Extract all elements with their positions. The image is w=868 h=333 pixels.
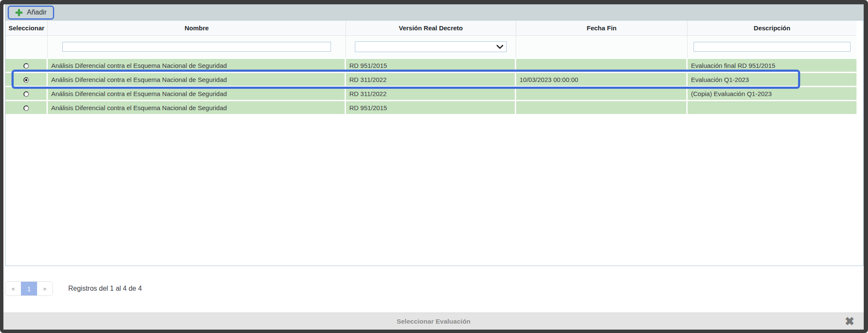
filter-cell-fecha-fin <box>516 36 688 59</box>
cell-descripcion <box>688 101 856 115</box>
cell-seleccionar <box>6 59 48 73</box>
close-icon[interactable]: ✖ <box>842 315 857 327</box>
table-row[interactable]: Análisis Diferencial contra el Esquema N… <box>6 59 856 73</box>
cell-seleccionar <box>6 101 48 115</box>
cell-seleccionar <box>6 73 48 87</box>
row-radio[interactable] <box>23 91 29 97</box>
add-button[interactable]: Añadir <box>8 6 54 20</box>
pagination-page-1-button[interactable]: 1 <box>21 282 37 295</box>
cell-version-real-decreto: RD 311/2022 <box>346 73 516 87</box>
table-row[interactable]: Análisis Diferencial contra el Esquema N… <box>6 73 856 87</box>
cell-descripcion: Evaluación Q1-2023 <box>688 73 856 87</box>
cell-fecha-fin <box>516 59 688 73</box>
cell-nombre: Análisis Diferencial contra el Esquema N… <box>48 59 346 73</box>
descripcion-filter-input[interactable] <box>694 42 851 52</box>
header-seleccionar: Seleccionar <box>6 20 48 36</box>
cell-fecha-fin: 10/03/2023 00:00:00 <box>516 73 688 87</box>
header-row: Seleccionar Nombre Versión Real Decreto … <box>6 20 856 36</box>
table-row[interactable]: Análisis Diferencial contra el Esquema N… <box>6 101 856 115</box>
nombre-filter-input[interactable] <box>62 42 331 52</box>
version-filter-select[interactable] <box>355 41 507 52</box>
plus-icon <box>15 9 23 16</box>
cell-nombre: Análisis Diferencial contra el Esquema N… <box>48 87 346 101</box>
evaluations-table-container: Seleccionar Nombre Versión Real Decreto … <box>5 20 864 266</box>
pagination: « 1 » <box>5 281 53 296</box>
modal-window: Añadir Seleccionar Nombre Versión Real D… <box>0 0 868 333</box>
records-summary: Registros del 1 al 4 de 4 <box>68 281 142 296</box>
modal-title: Seleccionar Evaluación <box>397 318 470 325</box>
cell-seleccionar <box>6 87 48 101</box>
row-radio[interactable] <box>23 105 29 111</box>
table-row[interactable]: Análisis Diferencial contra el Esquema N… <box>6 87 856 101</box>
cell-descripcion: Evaluación final RD 951/2015 <box>688 59 856 73</box>
add-button-label: Añadir <box>27 9 46 16</box>
header-nombre: Nombre <box>48 20 346 36</box>
filter-cell-seleccionar <box>6 36 48 59</box>
cell-version-real-decreto: RD 951/2015 <box>346 101 516 115</box>
pagination-next-button[interactable]: » <box>37 282 52 295</box>
filter-row <box>6 36 856 59</box>
cell-descripcion: (Copia) Evaluación Q1-2023 <box>688 87 856 101</box>
cell-version-real-decreto: RD 951/2015 <box>346 59 516 73</box>
modal-footer: Seleccionar Evaluación ✖ <box>3 313 864 330</box>
table-body: Análisis Diferencial contra el Esquema N… <box>6 59 856 115</box>
evaluations-table: Seleccionar Nombre Versión Real Decreto … <box>6 20 856 115</box>
row-radio[interactable] <box>23 63 29 69</box>
cell-version-real-decreto: RD 311/2022 <box>346 87 516 101</box>
toolbar: Añadir <box>5 4 864 20</box>
filter-cell-version <box>346 36 516 59</box>
header-descripcion: Descripción <box>688 20 856 36</box>
cell-nombre: Análisis Diferencial contra el Esquema N… <box>48 73 346 87</box>
header-version-real-decreto: Versión Real Decreto <box>346 20 516 36</box>
modal-content: Añadir Seleccionar Nombre Versión Real D… <box>3 4 864 330</box>
cell-fecha-fin <box>516 87 688 101</box>
header-fecha-fin: Fecha Fin <box>516 20 688 36</box>
pagination-prev-button[interactable]: « <box>6 282 21 295</box>
cell-nombre: Análisis Diferencial contra el Esquema N… <box>48 101 346 115</box>
filter-cell-descripcion <box>688 36 856 59</box>
cell-fecha-fin <box>516 101 688 115</box>
filter-cell-nombre <box>48 36 346 59</box>
row-radio[interactable] <box>23 77 29 83</box>
